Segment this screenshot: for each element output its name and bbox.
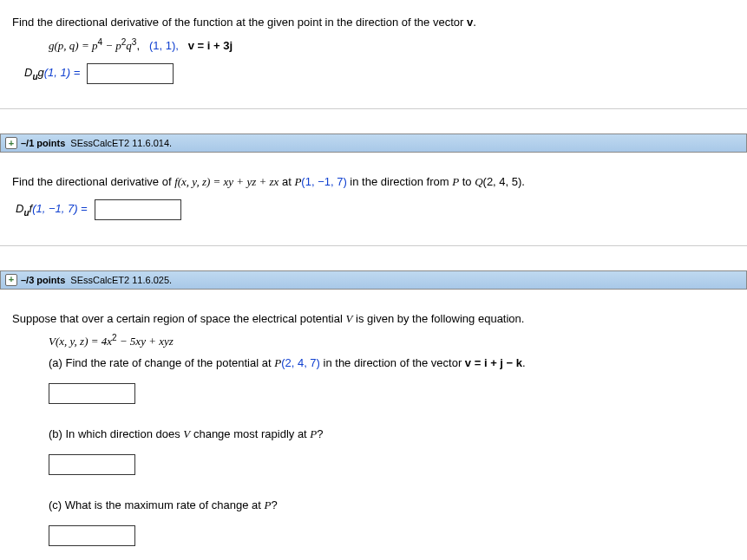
q2-pa: Find the directional derivative of xyxy=(12,175,174,188)
q1-prompt: Find the directional derivative of the f… xyxy=(12,12,735,34)
question-2: Find the directional derivative of f(x, … xyxy=(0,160,747,245)
q1-comma: , xyxy=(136,39,140,52)
expand-icon[interactable]: + xyxy=(5,274,17,286)
q3-frest: − 5xy + xyz xyxy=(117,335,174,348)
q3-points: –/3 points xyxy=(21,275,65,285)
q3-intro: Suppose that over a certain region of sp… xyxy=(12,309,735,330)
q3-part-c: (c) What is the maximum rate of change a… xyxy=(12,495,735,517)
q3-qm2: ? xyxy=(272,498,278,511)
q2-points: –/1 points xyxy=(21,138,65,148)
q3-ia: Suppose that over a certain region of sp… xyxy=(12,312,345,325)
q3-a-answer-input[interactable] xyxy=(49,383,135,404)
q3-part-a: (a) Find the rate of change of the poten… xyxy=(12,353,735,374)
q3-c-answer-input[interactable] xyxy=(49,525,135,546)
q2-al-arg: (1, −1, 7) = xyxy=(32,202,88,215)
q1-period: . xyxy=(473,16,476,29)
q3-a-answer-row xyxy=(12,383,735,405)
q1-al-pre: D xyxy=(24,66,32,79)
q2-Parg: (1, −1, 7) xyxy=(301,175,346,188)
q1-al-arg: (1, 1) = xyxy=(44,66,81,79)
q2-answer-input[interactable] xyxy=(95,199,181,220)
q1-answer-label: Dug(1, 1) = xyxy=(24,62,80,85)
q3-pb-end: change most rapidly at xyxy=(190,427,310,440)
q3-flhs: V(x, y, z) = 4x xyxy=(49,335,112,348)
q2-header: + –/1 points SEssCalcET2 11.6.014. xyxy=(0,133,747,153)
q3-header: + –/3 points SEssCalcET2 11.6.025. xyxy=(0,270,747,290)
q2-answer-row: Duf(1, −1, 7) = xyxy=(12,199,735,221)
q3-pa-end: . xyxy=(522,356,526,369)
q3-function: V(x, y, z) = 4x2 − 5xy + xyz xyxy=(12,329,735,353)
q3-P3: P xyxy=(265,498,272,511)
q3-pa-mid: in the direction of the vector xyxy=(320,356,465,369)
q2-prompt: Find the directional derivative of f(x, … xyxy=(12,172,735,193)
q1-al-mid: g xyxy=(38,66,44,79)
q2-Qarg: (2, 4, 5). xyxy=(483,175,525,188)
q1-point: (1, 1), xyxy=(149,39,179,52)
q1-content: Find the directional derivative of the f… xyxy=(7,9,740,100)
spacer-2 xyxy=(0,246,747,270)
q3-part-b: (b) In which direction does V change mos… xyxy=(12,424,735,446)
q2-pb: at xyxy=(278,175,294,188)
q3-pc: (c) What is the maximum rate of change a… xyxy=(49,498,265,511)
q1-answer-input[interactable] xyxy=(87,63,174,84)
q1-answer-row: Dug(1, 1) = xyxy=(12,62,735,85)
q3-vec-eq: v = i + j − k xyxy=(465,356,522,369)
question-3: Suppose that over a certain region of sp… xyxy=(0,296,747,560)
q2-ref: SEssCalcET2 11.6.014. xyxy=(70,138,172,148)
q1-vec-eq: v = i + 3j xyxy=(188,39,233,52)
question-1: Find the directional derivative of the f… xyxy=(0,0,747,109)
expand-icon[interactable]: + xyxy=(5,137,17,149)
q3-ib: is given by the following equation. xyxy=(352,312,524,325)
q3-c-answer-row xyxy=(12,525,735,547)
q1-func-lhs: g(p, q) = p xyxy=(49,39,97,52)
q3-Parg: (2, 4, 7) xyxy=(281,356,320,369)
q3-qm: ? xyxy=(317,427,323,440)
q3-ref: SEssCalcET2 11.6.025. xyxy=(70,275,172,285)
q3-b-answer-input[interactable] xyxy=(49,454,135,475)
q3-P: P xyxy=(274,356,281,369)
q2-content: Find the directional derivative of f(x, … xyxy=(7,168,740,236)
q2-al-pre: D xyxy=(16,202,23,215)
q3-pb: (b) In which direction does xyxy=(49,427,183,440)
q3-pa-pre: (a) Find the rate of change of the poten… xyxy=(49,356,274,369)
q1-prompt-text: Find the directional derivative of the f… xyxy=(12,16,467,29)
q2-to: to xyxy=(459,175,475,188)
q1-function: g(p, q) = p4 − p2q3, (1, 1), v = i + 3j xyxy=(12,34,735,57)
q1-minus: − p xyxy=(102,39,121,52)
spacer-1 xyxy=(0,109,747,133)
q2-func: f(x, y, z) = xy + yz + zx xyxy=(174,175,278,188)
q2-answer-label: Duf(1, −1, 7) = xyxy=(16,199,88,221)
q2-P2: P xyxy=(452,175,459,188)
q3-content: Suppose that over a certain region of sp… xyxy=(7,305,740,560)
q2-Q: Q xyxy=(475,175,482,188)
q3-b-answer-row xyxy=(12,454,735,476)
q2-pc: in the direction from xyxy=(347,175,452,188)
